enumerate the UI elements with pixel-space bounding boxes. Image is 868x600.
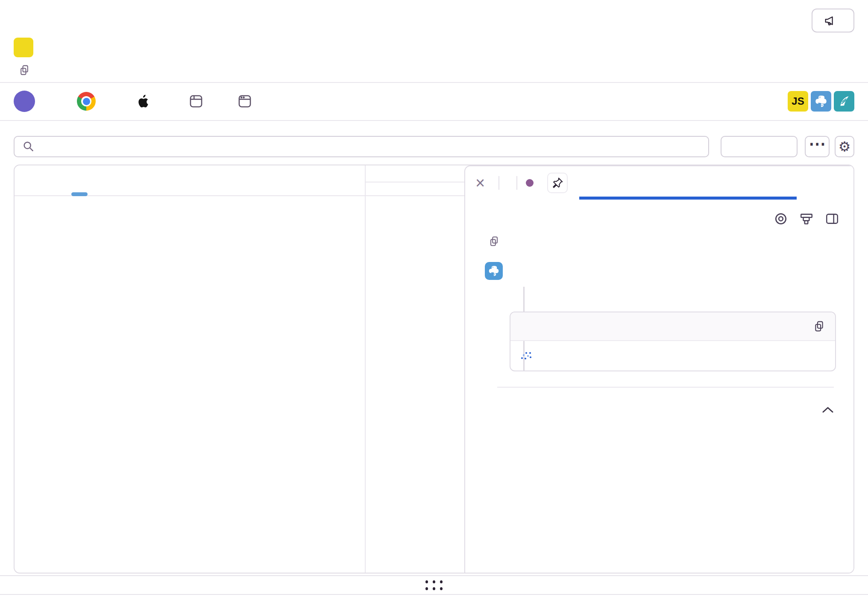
search-input[interactable]	[41, 139, 701, 154]
focus-target-icon[interactable]	[774, 212, 788, 226]
horizontal-scrollbar-thumb[interactable]	[71, 192, 88, 196]
span-details-drawer: ×	[464, 165, 854, 574]
overflow-menu-button[interactable]: ⋯	[805, 136, 830, 157]
drawer-tabs: ×	[465, 166, 854, 200]
give-feedback-button[interactable]	[812, 9, 854, 32]
span-id	[484, 235, 499, 247]
sample-card	[510, 312, 836, 371]
environment-icon	[237, 93, 253, 109]
close-icon: ×	[475, 175, 485, 191]
teal-platform-icon	[834, 91, 854, 112]
copy-icon[interactable]	[489, 235, 499, 247]
megaphone-icon	[824, 14, 836, 27]
tab-separator	[516, 176, 517, 190]
section-divider	[497, 387, 834, 388]
profile-samples-icon	[521, 351, 532, 361]
tab-separator	[499, 176, 499, 190]
search-box	[14, 136, 709, 157]
pin-tab-button[interactable]	[547, 173, 568, 193]
javascript-platform-icon	[14, 38, 33, 57]
settings-button[interactable]: ⚙	[835, 136, 854, 157]
axis-line	[365, 182, 464, 182]
trace-title-row	[14, 38, 41, 57]
trace-waterfall-panel: ×	[14, 165, 854, 574]
python-icon	[485, 262, 503, 280]
collapse-section-button[interactable]	[822, 406, 833, 413]
split-panel-icon[interactable]	[825, 212, 839, 226]
divider	[0, 120, 868, 121]
chrome-icon	[77, 92, 96, 111]
reset-zoom-button[interactable]	[721, 136, 798, 157]
javascript-platform-icon: JS	[788, 91, 808, 112]
browser-info	[77, 92, 108, 111]
device-icon	[188, 93, 204, 109]
close-drawer-button[interactable]: ×	[475, 175, 490, 191]
environment-info	[237, 93, 259, 109]
avatar	[14, 91, 35, 112]
span-actions	[774, 212, 839, 226]
active-tab-indicator	[579, 197, 797, 200]
gear-icon: ⚙	[839, 138, 851, 155]
apple-icon	[134, 92, 150, 110]
tab-span-details[interactable]	[526, 173, 568, 193]
device-info	[188, 93, 210, 109]
trace-meta-row: JS	[14, 88, 854, 115]
span-op-heading	[485, 262, 510, 280]
flamegraph-icon[interactable]	[799, 212, 814, 226]
op-color-dot	[526, 179, 534, 187]
drag-handle-icon	[425, 580, 443, 590]
drawer-resize-bar[interactable]	[0, 575, 868, 595]
search-icon	[22, 140, 35, 153]
span-tree	[15, 196, 464, 574]
python-platform-icon	[811, 91, 831, 112]
os-info	[134, 92, 161, 110]
divider	[0, 82, 868, 83]
copy-icon[interactable]	[813, 320, 825, 332]
copy-icon[interactable]	[19, 64, 30, 76]
platform-icons: JS	[788, 91, 854, 112]
trace-id	[14, 64, 30, 76]
